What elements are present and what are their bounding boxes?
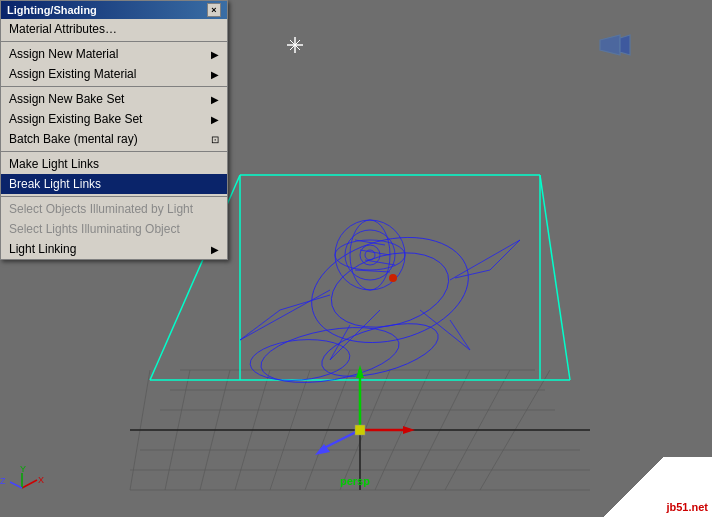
menu-item-label: Assign New Material bbox=[9, 47, 118, 61]
menu-item-label: Material Attributes… bbox=[9, 22, 117, 36]
menu-item-assign-existing-bake-set[interactable]: Assign Existing Bake Set ▶ bbox=[1, 109, 227, 129]
menu-item-label: Make Light Links bbox=[9, 157, 99, 171]
persp-label: persp bbox=[340, 475, 370, 487]
submenu-arrow-icon: ▶ bbox=[211, 69, 219, 80]
menu-item-label: Batch Bake (mental ray) bbox=[9, 132, 138, 146]
menu-title: Lighting/Shading bbox=[7, 4, 97, 16]
menu-item-make-light-links[interactable]: Make Light Links bbox=[1, 154, 227, 174]
menu-item-select-lights-illuminating: Select Lights Illuminating Object bbox=[1, 219, 227, 239]
menu-item-assign-existing-material[interactable]: Assign Existing Material ▶ bbox=[1, 64, 227, 84]
menu-item-label: Assign New Bake Set bbox=[9, 92, 124, 106]
menu-item-label: Select Lights Illuminating Object bbox=[9, 222, 180, 236]
lighting-shading-menu: Lighting/Shading × Material Attributes… … bbox=[0, 0, 228, 260]
menu-item-label: Light Linking bbox=[9, 242, 76, 256]
menu-titlebar: Lighting/Shading × bbox=[1, 1, 227, 19]
menu-close-button[interactable]: × bbox=[207, 3, 221, 17]
menu-item-assign-new-material[interactable]: Assign New Material ▶ bbox=[1, 44, 227, 64]
menu-item-label: Select Objects Illuminated by Light bbox=[9, 202, 193, 216]
menu-separator-2 bbox=[1, 86, 227, 87]
submenu-arrow-icon: ▶ bbox=[211, 94, 219, 105]
menu-item-assign-new-bake-set[interactable]: Assign New Bake Set ▶ bbox=[1, 89, 227, 109]
menu-separator-4 bbox=[1, 196, 227, 197]
menu-item-label: Break Light Links bbox=[9, 177, 101, 191]
submenu-arrow-icon: ▶ bbox=[211, 49, 219, 60]
watermark: jb51.net bbox=[592, 457, 712, 517]
menu-separator-3 bbox=[1, 151, 227, 152]
batch-bake-icon: ⊡ bbox=[211, 134, 219, 145]
submenu-arrow-icon: ▶ bbox=[211, 244, 219, 255]
menu-item-select-objects-illuminated: Select Objects Illuminated by Light bbox=[1, 199, 227, 219]
menu-item-break-light-links[interactable]: Break Light Links bbox=[1, 174, 227, 194]
menu-item-label: Assign Existing Material bbox=[9, 67, 136, 81]
menu-item-material-attributes[interactable]: Material Attributes… bbox=[1, 19, 227, 39]
menu-item-light-linking[interactable]: Light Linking ▶ bbox=[1, 239, 227, 259]
menu-separator-1 bbox=[1, 41, 227, 42]
watermark-text: jb51.net bbox=[666, 501, 708, 513]
submenu-arrow-icon: ▶ bbox=[211, 114, 219, 125]
menu-item-batch-bake[interactable]: Batch Bake (mental ray) ⊡ bbox=[1, 129, 227, 149]
menu-item-label: Assign Existing Bake Set bbox=[9, 112, 142, 126]
